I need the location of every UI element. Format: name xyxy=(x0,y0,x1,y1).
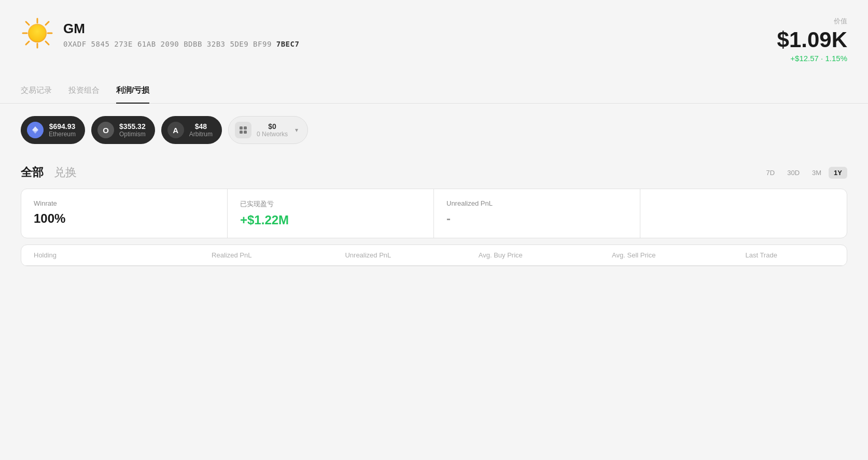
col-holding: Holding xyxy=(34,251,212,259)
time-7d[interactable]: 7D xyxy=(761,167,780,179)
col-unrealized-pnl: Unrealized PnL xyxy=(345,251,478,259)
content-area: 全部 兑换 7D 30D 3M 1Y Winrate 100% 已实现盈亏 +$… xyxy=(0,152,868,266)
table-header: Holding Realized PnL Unrealized PnL Avg.… xyxy=(21,245,847,266)
page-header: GM 0XADF 5845 273E 61AB 2090 BDBB 32B3 5… xyxy=(0,0,868,75)
network-filter-optimism[interactable]: O $355.32 Optimism xyxy=(91,116,155,144)
wallet-name: GM xyxy=(63,21,299,37)
svg-point-9 xyxy=(29,25,46,41)
tab-transactions[interactable]: 交易记录 xyxy=(21,79,52,104)
svg-rect-14 xyxy=(240,131,243,134)
col-last-trade: Last Trade xyxy=(745,251,834,259)
time-3m[interactable]: 3M xyxy=(807,167,827,179)
wallet-avatar xyxy=(21,17,54,52)
eth-name: Ethereum xyxy=(49,131,76,138)
svg-rect-15 xyxy=(244,131,247,134)
tab-portfolio[interactable]: 投资组合 xyxy=(68,79,100,104)
tab-pnl[interactable]: 利润/亏损 xyxy=(116,79,149,104)
wallet-details: GM 0XADF 5845 273E 61AB 2090 BDBB 32B3 5… xyxy=(63,21,299,48)
col-realized-pnl: Realized PnL xyxy=(212,251,345,259)
holdings-table: Holding Realized PnL Unrealized PnL Avg.… xyxy=(21,245,847,266)
svg-rect-13 xyxy=(244,126,247,130)
stat-realized-pnl: 已实现盈亏 +$1.22M xyxy=(228,189,434,238)
value-amount: $1.09K xyxy=(777,28,847,52)
tab-exchange[interactable]: 兑换 xyxy=(54,165,77,180)
value-label: 价值 xyxy=(777,17,847,26)
arbitrum-icon: A xyxy=(167,122,184,138)
ethereum-icon xyxy=(27,122,44,138)
network-filter-ethereum[interactable]: $694.93 Ethereum xyxy=(21,116,85,144)
network-filter-arbitrum[interactable]: A $48 Arbitrum xyxy=(161,116,222,144)
tab-all[interactable]: 全部 xyxy=(21,165,44,180)
network-filter-multi[interactable]: $0 0 Networks ▾ xyxy=(228,116,308,144)
col-avg-sell: Avg. Sell Price xyxy=(612,251,745,259)
multi-name: 0 Networks xyxy=(257,131,288,138)
arb-amount: $48 xyxy=(189,122,213,131)
value-change: +$12.57 · 1.15% xyxy=(777,54,847,63)
optimism-icon: O xyxy=(97,122,114,138)
realized-pnl-label: 已实现盈亏 xyxy=(240,199,421,209)
stat-winrate: Winrate 100% xyxy=(21,189,228,238)
opt-amount: $355.32 xyxy=(119,122,146,131)
section-header: 全部 兑换 7D 30D 3M 1Y xyxy=(21,165,847,180)
portfolio-value: 价值 $1.09K +$12.57 · 1.15% xyxy=(777,17,847,63)
stats-grid: Winrate 100% 已实现盈亏 +$1.22M Unrealized Pn… xyxy=(21,189,847,238)
time-filters: 7D 30D 3M 1Y xyxy=(761,167,847,179)
svg-line-6 xyxy=(46,22,49,25)
multi-amount: $0 xyxy=(257,122,288,131)
col-avg-buy: Avg. Buy Price xyxy=(479,251,612,259)
svg-line-5 xyxy=(46,41,49,45)
network-filters: $694.93 Ethereum O $355.32 Optimism A $4… xyxy=(0,104,868,152)
stat-empty xyxy=(640,189,847,238)
chevron-down-icon: ▾ xyxy=(295,126,298,134)
svg-line-4 xyxy=(26,22,29,25)
unrealized-pnl-value: - xyxy=(446,211,627,226)
time-30d[interactable]: 30D xyxy=(782,167,805,179)
time-1y[interactable]: 1Y xyxy=(829,167,847,179)
svg-rect-12 xyxy=(240,126,243,130)
section-tabs: 全部 兑换 xyxy=(21,165,77,180)
multi-network-icon xyxy=(235,122,251,138)
arb-name: Arbitrum xyxy=(189,131,213,138)
stat-unrealized-pnl: Unrealized PnL - xyxy=(434,189,640,238)
svg-line-7 xyxy=(26,41,29,45)
realized-pnl-value: +$1.22M xyxy=(240,213,421,227)
winrate-value: 100% xyxy=(34,211,215,226)
winrate-label: Winrate xyxy=(34,199,215,207)
wallet-info: GM 0XADF 5845 273E 61AB 2090 BDBB 32B3 5… xyxy=(21,17,299,52)
eth-amount: $694.93 xyxy=(49,122,76,131)
opt-name: Optimism xyxy=(119,131,146,138)
nav-tabs: 交易记录 投资组合 利润/亏损 xyxy=(0,79,868,104)
unrealized-pnl-label: Unrealized PnL xyxy=(446,199,627,207)
wallet-address: 0XADF 5845 273E 61AB 2090 BDBB 32B3 5DE9… xyxy=(63,40,299,48)
